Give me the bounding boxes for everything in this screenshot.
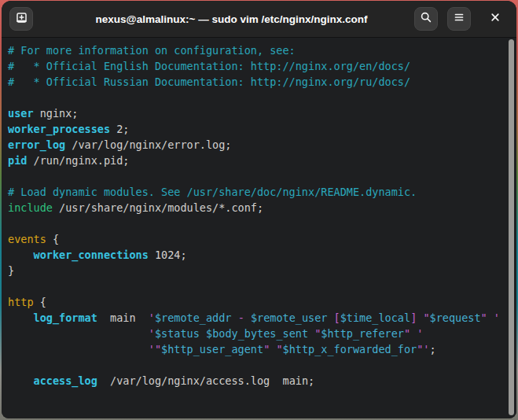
terminal-line (8, 278, 516, 294)
terminal-line: worker_connections 1024; (8, 247, 516, 263)
terminal-line (8, 168, 516, 184)
terminal-line: http { (8, 294, 516, 310)
header-controls (414, 7, 509, 31)
terminal-line: '$status $body_bytes_sent "$http_referer… (8, 326, 516, 341)
search-button[interactable] (414, 7, 438, 31)
terminal-line (8, 216, 516, 231)
terminal-line: # For more information on configuration,… (8, 42, 516, 58)
terminal-line: } (8, 263, 516, 278)
menu-button[interactable] (447, 7, 471, 31)
scrollbar-thumb[interactable] (509, 39, 514, 415)
terminal-line: worker_processes 2; (8, 121, 516, 137)
terminal-line: # * Official Russian Documentation: http… (8, 74, 516, 90)
terminal-line: # * Official English Documentation: http… (8, 58, 516, 74)
terminal-line (8, 389, 516, 404)
terminal-line: error_log /var/log/nginx/error.log; (8, 137, 516, 153)
terminal-line: pid /run/nginx.pid; (8, 153, 516, 168)
terminal-line (8, 357, 516, 373)
terminal-line (8, 90, 516, 105)
search-icon (420, 11, 432, 27)
terminal-screen[interactable]: # For more information on configuration,… (2, 38, 516, 418)
menu-icon (454, 12, 465, 26)
terminal-line: access_log /var/log/nginx/access.log mai… (8, 373, 516, 389)
vim-buffer: # For more information on configuration,… (8, 42, 516, 404)
terminal-line: log_format main '$remote_addr - $remote_… (8, 310, 516, 326)
terminal-window: nexus@almalinux:~ — sudo vim /etc/nginx/… (2, 1, 516, 418)
close-icon (490, 12, 501, 26)
vim-ruler: 6,18 先頭 (2, 404, 516, 418)
terminal-line: user nginx; (8, 105, 516, 121)
new-tab-button[interactable] (9, 7, 33, 31)
header-bar: nexus@almalinux:~ — sudo vim /etc/nginx/… (2, 1, 516, 38)
terminal-line: '"$http_user_agent" "$http_x_forwarded_f… (8, 341, 516, 357)
terminal-line: include /usr/share/nginx/modules/*.conf; (8, 200, 516, 216)
terminal-line: events { (8, 231, 516, 247)
new-tab-icon (15, 11, 28, 28)
close-button[interactable] (482, 7, 509, 31)
window-title: nexus@almalinux:~ — sudo vim /etc/nginx/… (49, 13, 414, 25)
terminal-line: # Load dynamic modules. See /usr/share/d… (8, 184, 516, 200)
